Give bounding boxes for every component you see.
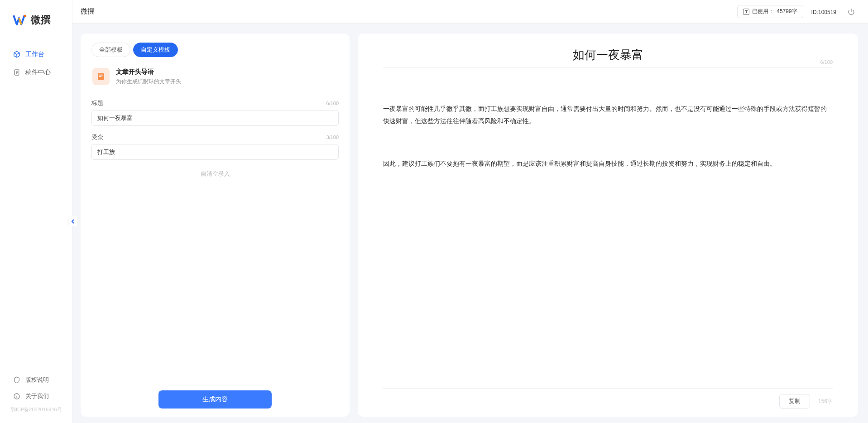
panel-left-footer: 生成内容 <box>91 381 339 409</box>
output-paragraph: 一夜暴富的可能性几乎微乎其微，而打工族想要实现财富自由，通常需要付出大量的时间和… <box>383 103 833 127</box>
header-right: T 已使用： 45799字 ID:100519 <box>737 5 858 19</box>
nav-label: 工作台 <box>25 50 44 58</box>
usage-value: 45799字 <box>777 8 797 15</box>
generate-button[interactable]: 生成内容 <box>158 390 272 409</box>
document-icon <box>13 68 21 77</box>
nav-label: 版权说明 <box>25 376 49 384</box>
logout-button[interactable] <box>844 5 858 19</box>
main: 微撰 T 已使用： 45799字 ID:100519 全部模板 <box>72 0 868 423</box>
template-desc: 为你生成抓眼球的文章开头 <box>116 78 181 86</box>
template-title: 文章开头导语 <box>116 68 181 76</box>
text-usage-icon: T <box>743 9 749 15</box>
icp-text: 鄂ICP备2022016946号 <box>0 404 72 417</box>
logo-mark-icon <box>13 13 27 27</box>
field-title-label: 标题 <box>91 99 103 107</box>
output-body: 一夜暴富的可能性几乎微乎其微，而打工族想要实现财富自由，通常需要付出大量的时间和… <box>383 68 833 200</box>
output-title-row: 如何一夜暴富 6/100 <box>383 47 833 68</box>
id-label: ID: <box>811 9 818 15</box>
nav-item-workbench[interactable]: 工作台 <box>0 45 72 63</box>
template-icon <box>92 68 110 85</box>
clear-inputs-link[interactable]: 自清空录入 <box>91 170 339 178</box>
svg-rect-5 <box>99 76 102 77</box>
sidebar-bottom: 版权说明 关于我们 鄂ICP备2022016946号 <box>0 372 72 423</box>
nav-item-copyright[interactable]: 版权说明 <box>0 372 72 388</box>
output-paragraph: 因此，建议打工族们不要抱有一夜暴富的期望，而是应该注重积累财富和提高自身技能，通… <box>383 158 833 170</box>
nav-main: 工作台 稿件中心 <box>0 36 72 372</box>
nav-label: 稿件中心 <box>25 68 51 77</box>
user-id: ID:100519 <box>811 8 836 15</box>
logo: 微撰 <box>0 0 72 36</box>
panel-right: 如何一夜暴富 6/100 一夜暴富的可能性几乎微乎其微，而打工族想要实现财富自由… <box>358 34 858 417</box>
nav-item-about[interactable]: 关于我们 <box>0 388 72 404</box>
copy-button[interactable]: 复制 <box>779 394 810 409</box>
nav-item-drafts[interactable]: 稿件中心 <box>0 63 72 82</box>
info-icon <box>13 392 21 400</box>
header: 微撰 T 已使用： 45799字 ID:100519 <box>72 0 868 24</box>
id-value: 100519 <box>818 9 836 15</box>
template-card: 文章开头导语 为你生成抓眼球的文章开头 <box>91 65 339 92</box>
field-title: 标题 6/100 <box>91 99 339 126</box>
panel-left: 全部模板 自定义模板 文章开头导语 为你生成抓眼球的文章开头 标题 6/ <box>81 34 350 417</box>
cube-icon <box>13 50 21 58</box>
shield-icon <box>13 376 21 384</box>
title-input[interactable] <box>91 110 339 126</box>
audience-input[interactable] <box>91 144 339 160</box>
output-char-count: 156字 <box>818 398 833 405</box>
logo-text: 微撰 <box>31 13 51 27</box>
tab-custom-templates[interactable]: 自定义模板 <box>133 43 178 57</box>
sidebar: 微撰 工作台 稿件中心 版权说明 <box>0 0 72 423</box>
svg-point-0 <box>24 15 26 17</box>
field-title-counter: 6/100 <box>326 101 339 106</box>
sidebar-collapse-toggle[interactable] <box>69 216 77 226</box>
tab-all-templates[interactable]: 全部模板 <box>91 43 130 57</box>
field-audience-label: 受众 <box>91 133 103 141</box>
usage-label: 已使用： <box>752 8 774 15</box>
nav-label: 关于我们 <box>25 392 49 400</box>
output-title-count: 6/100 <box>820 59 833 65</box>
template-text: 文章开头导语 为你生成抓眼球的文章开头 <box>116 68 181 86</box>
field-audience-counter: 3/100 <box>326 135 339 140</box>
svg-rect-4 <box>99 75 103 76</box>
output-title: 如何一夜暴富 <box>383 47 833 67</box>
content: 全部模板 自定义模板 文章开头导语 为你生成抓眼球的文章开头 标题 6/ <box>72 24 868 423</box>
page-title: 微撰 <box>81 7 94 16</box>
panel-right-footer: 复制 156字 <box>383 388 833 409</box>
usage-badge[interactable]: T 已使用： 45799字 <box>737 5 803 18</box>
template-tabs: 全部模板 自定义模板 <box>91 43 339 57</box>
field-audience: 受众 3/100 <box>91 133 339 160</box>
